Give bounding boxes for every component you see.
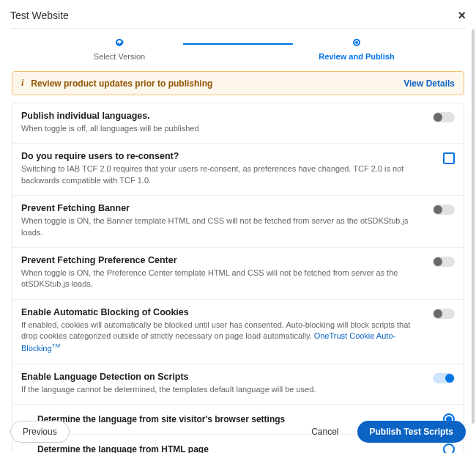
option-desc: If the language cannot be determined, th… bbox=[21, 384, 420, 395]
prevent-banner-toggle[interactable] bbox=[433, 205, 455, 215]
publish-dialog: Test Website × Select Version Review and… bbox=[0, 0, 476, 453]
banner-message: Review product updates prior to publishi… bbox=[31, 78, 404, 89]
option-prevent-banner: Prevent Fetching Banner When toggle is O… bbox=[12, 195, 464, 247]
step-done-icon bbox=[116, 39, 123, 46]
step-review-publish: Review and Publish bbox=[294, 39, 419, 61]
option-title: Publish individual languages. bbox=[21, 111, 420, 121]
radio-label: Determine the language from HTML page bbox=[37, 444, 443, 453]
step-label: Select Version bbox=[94, 52, 145, 61]
view-details-link[interactable]: View Details bbox=[404, 78, 455, 89]
prevent-pref-center-toggle[interactable] bbox=[433, 257, 455, 267]
step-connector bbox=[183, 43, 293, 45]
option-language-detection: Enable Language Detection on Scripts If … bbox=[12, 364, 464, 404]
reconsent-checkbox[interactable] bbox=[443, 152, 455, 164]
close-icon[interactable]: × bbox=[458, 9, 466, 22]
option-desc: When toggle is off, all languages will b… bbox=[21, 123, 420, 134]
option-prevent-pref-center: Prevent Fetching Preference Center When … bbox=[12, 247, 464, 299]
option-auto-blocking: Enable Automatic Blocking of Cookies If … bbox=[12, 299, 464, 364]
option-reconsent: Do you require users to re-consent? Swit… bbox=[12, 143, 464, 195]
dialog-header: Test Website × bbox=[10, 9, 466, 28]
option-desc: Switching to IAB TCF 2.0 requires that y… bbox=[21, 163, 420, 186]
option-title: Enable Language Detection on Scripts bbox=[21, 372, 420, 382]
language-detection-toggle[interactable] bbox=[433, 373, 455, 383]
update-banner: i Review product updates prior to publis… bbox=[12, 71, 464, 95]
auto-blocking-toggle[interactable] bbox=[433, 309, 455, 319]
dialog-footer: Previous Cancel Publish Test Scripts bbox=[10, 421, 466, 443]
stepper: Select Version Review and Publish bbox=[10, 29, 466, 64]
options-panel: Publish individual languages. When toggl… bbox=[12, 103, 464, 453]
option-title: Do you require users to re-consent? bbox=[21, 151, 420, 161]
step-active-icon bbox=[353, 39, 360, 46]
cancel-button[interactable]: Cancel bbox=[299, 421, 351, 443]
option-title: Prevent Fetching Preference Center bbox=[21, 255, 420, 265]
publish-button[interactable]: Publish Test Scripts bbox=[357, 421, 466, 443]
option-desc: When toggle is ON, the Preference Center… bbox=[21, 268, 420, 290]
lang-html-radio[interactable] bbox=[443, 443, 455, 453]
option-desc: When toggle is ON, the Banner template H… bbox=[21, 216, 420, 238]
scrollbar[interactable] bbox=[472, 29, 475, 424]
dialog-title: Test Website bbox=[10, 10, 69, 21]
option-publish-languages: Publish individual languages. When toggl… bbox=[12, 103, 464, 143]
option-desc: If enabled, cookies will automatically b… bbox=[21, 320, 420, 355]
previous-button[interactable]: Previous bbox=[10, 421, 70, 443]
step-select-version: Select Version bbox=[57, 39, 182, 61]
publish-languages-toggle[interactable] bbox=[433, 112, 455, 122]
info-icon: i bbox=[21, 78, 23, 89]
option-title: Enable Automatic Blocking of Cookies bbox=[21, 307, 420, 317]
step-label: Review and Publish bbox=[319, 52, 394, 61]
option-title: Prevent Fetching Banner bbox=[21, 203, 420, 213]
